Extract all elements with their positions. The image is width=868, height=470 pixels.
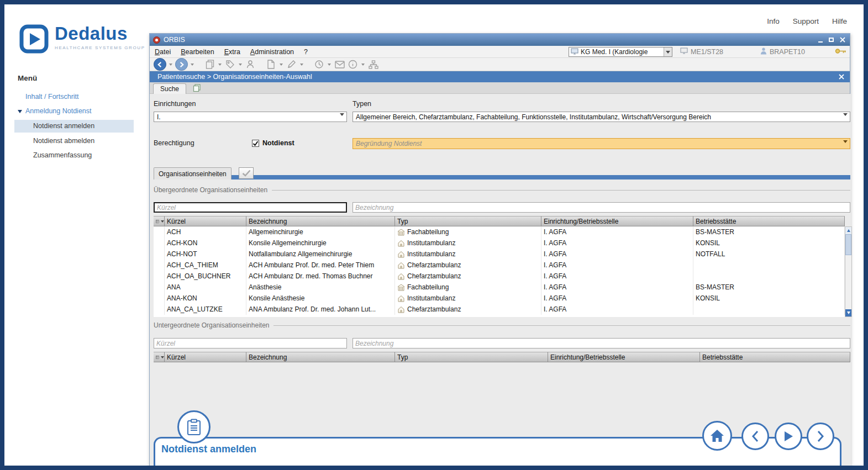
header-kuerzel[interactable]: Kürzel	[165, 352, 246, 362]
monitor-icon	[571, 48, 578, 56]
window-title: ORBIS	[164, 36, 185, 44]
lower-bezeichnung-filter-input[interactable]	[353, 338, 850, 348]
header-betriebsstaette[interactable]: Betriebsstätte	[693, 216, 845, 226]
close-button[interactable]	[838, 36, 847, 44]
user-value: BRAPET10	[770, 48, 805, 56]
dedalus-logo-icon	[19, 24, 49, 56]
info-link[interactable]: Info	[767, 17, 780, 25]
tag-dropdown-icon[interactable]	[239, 64, 242, 66]
info-dropdown-icon[interactable]	[361, 64, 365, 66]
menu-datei[interactable]: Datei	[150, 46, 176, 58]
copy-dropdown-icon[interactable]	[218, 64, 222, 66]
sidebar-item-anmeldung-notdienst[interactable]: Anmeldung Notdienst	[25, 107, 92, 115]
hilfe-link[interactable]: Hilfe	[832, 17, 847, 25]
header-kuerzel[interactable]: Kürzel	[165, 216, 246, 226]
previous-step-button[interactable]	[741, 423, 769, 450]
org-unit-dropdown-arrow[interactable]	[664, 47, 672, 56]
top-links: Info Support Hilfe	[767, 17, 847, 25]
sidebar-item-zusammenfassung[interactable]: Zusammenfassung	[33, 151, 92, 159]
header-typ[interactable]: Typ	[395, 352, 548, 362]
menu-administration[interactable]: Administration	[245, 46, 299, 58]
upper-kuerzel-filter-input[interactable]	[154, 202, 347, 213]
document-dropdown-icon[interactable]	[280, 64, 283, 66]
tab-suche[interactable]: Suche	[153, 83, 186, 94]
patient-search-icon[interactable]	[245, 59, 256, 70]
scrollbar-thumb[interactable]	[845, 234, 851, 255]
table-row[interactable]: ACH-NOT Notfallambulanz Allgemeinchirurg…	[154, 249, 845, 260]
clock-icon[interactable]	[313, 59, 325, 70]
sidebar-item-notdienst-anmelden[interactable]: Notdienst anmelden	[33, 122, 94, 130]
begruendung-notdienst-combobox[interactable]: Begründung Notdienst	[353, 138, 850, 149]
copy-pages-icon[interactable]	[204, 59, 215, 70]
scroll-down-icon[interactable]	[845, 309, 851, 316]
orgchart-icon[interactable]	[367, 59, 379, 70]
header-einrichtung[interactable]: Einrichtung/Betriebsstelle	[541, 216, 693, 226]
column-config-icon[interactable]	[154, 352, 165, 362]
minimize-button[interactable]	[816, 36, 825, 44]
group-divider-line	[273, 325, 850, 326]
table-row[interactable]: ACH-KON Konsile Allgemeinchirurgie Insti…	[154, 237, 845, 249]
key-icon[interactable]	[835, 47, 846, 55]
mail-icon[interactable]	[334, 59, 345, 70]
edit-dropdown-icon[interactable]	[300, 64, 303, 66]
menu-bearbeiten[interactable]: Bearbeiten	[176, 46, 219, 58]
back-dropdown-icon[interactable]	[169, 64, 172, 66]
home-button[interactable]	[702, 421, 732, 451]
table-row[interactable]: ACH_OA_BUCHNER ACH Ambulanz Dr. med. Tho…	[154, 271, 845, 282]
lower-kuerzel-filter-input[interactable]	[154, 338, 347, 348]
play-button[interactable]	[775, 423, 802, 450]
breadcrumb: Patientensuche > Organisationseinheiten-…	[157, 73, 312, 81]
clock-dropdown-icon[interactable]	[328, 64, 331, 66]
header-betriebsstaette[interactable]: Betriebsstätte	[700, 352, 850, 362]
table-row[interactable]: ANA-KON Konsile Anästhesie Institutambul…	[154, 293, 845, 304]
header-typ[interactable]: Typ	[395, 216, 541, 226]
typen-label: Typen	[353, 100, 371, 108]
brand-tagline: HEALTHCARE SYSTEMS GROUP	[55, 45, 145, 50]
notes-icon[interactable]	[193, 84, 201, 94]
breadcrumb-close-icon[interactable]	[838, 73, 845, 81]
forward-button[interactable]	[175, 58, 188, 71]
apply-check-button[interactable]	[239, 167, 254, 179]
table-row[interactable]: ANA Anästhesie Fachabteilung I. AGFA BS-…	[154, 282, 845, 293]
upper-bezeichnung-filter-input[interactable]	[353, 202, 850, 213]
scroll-up-icon[interactable]	[845, 227, 851, 234]
column-config-icon[interactable]	[154, 216, 165, 226]
sidebar-item-inhalt-fortschritt[interactable]: Inhalt / Fortschritt	[25, 93, 79, 101]
tag-icon[interactable]	[224, 59, 236, 70]
begruendung-dropdown-icon[interactable]	[843, 143, 848, 149]
user-indicator: BRAPET10	[760, 47, 805, 56]
forward-dropdown-icon[interactable]	[191, 64, 194, 66]
menu-help[interactable]: ?	[299, 46, 313, 58]
org-type-icon	[397, 306, 405, 313]
back-button[interactable]	[154, 58, 166, 71]
dedalus-logo: Dedalus HEALTHCARE SYSTEMS GROUP	[19, 24, 145, 56]
header-einrichtung[interactable]: Einrichtung/Betriebsstelle	[548, 352, 700, 362]
vertical-scrollbar[interactable]	[845, 226, 852, 317]
lower-group-title: Untergeordnete Organisationseinheiten	[154, 321, 269, 329]
organisationseinheiten-tab[interactable]: Organisationseinheiten	[154, 167, 232, 179]
header-bezeichnung[interactable]: Bezeichnung	[246, 352, 395, 362]
typen-combobox[interactable]: Allgemeiner Bereich, Chefarztambulanz, F…	[353, 112, 850, 122]
info-icon[interactable]	[347, 59, 359, 70]
maximize-button[interactable]	[827, 36, 836, 44]
support-link[interactable]: Support	[793, 17, 819, 25]
menu-extra[interactable]: Extra	[219, 46, 245, 58]
document-icon[interactable]	[265, 59, 277, 70]
checklist-icon	[177, 410, 211, 443]
org-unit-value: KG Med. I (Kardiologie	[581, 48, 648, 56]
menu-bar: Datei Bearbeiten Extra Administration ? …	[150, 46, 850, 58]
header-bezeichnung[interactable]: Bezeichnung	[246, 216, 395, 226]
typen-dropdown-icon[interactable]	[843, 116, 848, 122]
einrichtungen-combobox[interactable]: I.	[154, 112, 347, 122]
org-unit-dropdown[interactable]: KG Med. I (Kardiologie	[569, 47, 672, 57]
next-step-button[interactable]	[807, 423, 834, 450]
table-row[interactable]: ACH Allgemeinchirurgie Fachabteilung I. …	[154, 226, 845, 237]
table-row[interactable]: ACH_CA_THIEM ACH Ambulanz Prof. Dr. med.…	[154, 260, 845, 271]
notdienst-checkbox-label[interactable]: Notdienst	[262, 139, 294, 147]
einrichtungen-value: I.	[157, 113, 161, 121]
notdienst-checkbox[interactable]	[252, 140, 259, 147]
einrichtungen-dropdown-icon[interactable]	[340, 116, 344, 122]
sidebar-item-notdienst-abmelden[interactable]: Notdienst abmelden	[33, 137, 94, 145]
table-row[interactable]: ANA_CA_LUTZKE ANA Ambulanz Prof. Dr. med…	[154, 304, 845, 315]
edit-pen-icon[interactable]	[286, 59, 297, 70]
